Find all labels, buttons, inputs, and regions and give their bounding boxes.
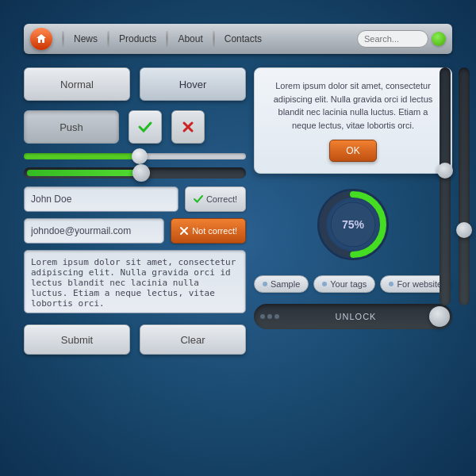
tags-section: Sample Your tags For website xyxy=(254,275,452,293)
input-row-name: Correct! xyxy=(24,186,246,212)
dialog-box: Lorem ipsum dolor sit amet, consectetur … xyxy=(254,67,452,174)
slider-section-2 xyxy=(24,167,246,178)
submit-button[interactable]: Submit xyxy=(24,324,130,355)
nav-item-about[interactable]: About xyxy=(171,33,209,44)
dialog-text: Lorem ipsum dolor sit amet, consectetur … xyxy=(266,79,440,132)
tag-sample[interactable]: Sample xyxy=(254,275,309,293)
textarea-section: Lorem ipsum dolor sit amet, consectetur … xyxy=(24,250,246,317)
slider-section-1 xyxy=(24,153,246,159)
normal-button[interactable]: Normal xyxy=(24,67,130,101)
nav-item-products[interactable]: Products xyxy=(113,33,163,44)
name-input[interactable] xyxy=(24,186,178,212)
search-area xyxy=(357,30,446,48)
circle-progress-section: 75% xyxy=(254,185,452,264)
progress-label: 75% xyxy=(342,218,364,231)
check-button[interactable] xyxy=(129,110,162,144)
search-dot xyxy=(432,32,446,46)
ok-button[interactable]: OK xyxy=(329,140,377,162)
nav-divider-2 xyxy=(107,31,109,47)
slider-1-thumb[interactable] xyxy=(132,148,148,164)
slider-2-thumb[interactable] xyxy=(132,164,150,182)
vertical-slider-2[interactable] xyxy=(459,67,470,305)
correct-button[interactable]: Correct! xyxy=(185,186,246,212)
vertical-sliders xyxy=(440,67,470,305)
vertical-slider-1[interactable] xyxy=(440,67,451,305)
email-input[interactable] xyxy=(24,218,164,244)
circle-progress: 75% xyxy=(313,185,393,264)
cross-button[interactable] xyxy=(171,110,205,144)
main-textarea[interactable]: Lorem ipsum dolor sit amet, consectetur … xyxy=(24,250,246,313)
slider-2-track[interactable] xyxy=(24,167,246,178)
right-column: Lorem ipsum dolor sit amet, consectetur … xyxy=(254,67,452,329)
search-input[interactable] xyxy=(357,30,428,48)
nav-divider-1 xyxy=(62,31,64,47)
tag-dot xyxy=(263,282,267,286)
buttons-row-2: Push xyxy=(24,110,246,144)
bottom-buttons: Submit Clear xyxy=(24,324,246,355)
vertical-slider-2-thumb[interactable] xyxy=(456,222,472,238)
nav-item-contacts[interactable]: Contacts xyxy=(218,33,268,44)
slider-2-fill xyxy=(27,170,149,176)
navbar: News Products About Contacts xyxy=(24,24,452,54)
hover-button[interactable]: Hover xyxy=(140,67,246,101)
unlock-bar[interactable]: UNLOCK xyxy=(254,304,452,329)
push-button[interactable]: Push xyxy=(24,110,119,144)
nav-divider-3 xyxy=(166,31,168,47)
unlock-label: UNLOCK xyxy=(282,312,429,321)
tag-dot xyxy=(322,282,327,286)
input-row-email: Not correct! xyxy=(24,218,246,244)
home-button[interactable] xyxy=(30,28,52,50)
not-correct-button[interactable]: Not correct! xyxy=(171,218,246,244)
nav-divider-4 xyxy=(213,31,215,47)
vertical-slider-1-thumb[interactable] xyxy=(437,163,453,178)
left-column: Normal Hover Push xyxy=(24,67,246,355)
nav-item-news[interactable]: News xyxy=(67,33,104,44)
buttons-row-1: Normal Hover xyxy=(24,67,246,101)
unlock-thumb[interactable] xyxy=(429,306,450,327)
tag-your-tags[interactable]: Your tags xyxy=(313,275,375,293)
slider-1-track[interactable] xyxy=(24,153,246,159)
clear-button[interactable]: Clear xyxy=(140,324,246,355)
unlock-dots xyxy=(260,314,279,319)
tag-dot xyxy=(389,282,393,286)
